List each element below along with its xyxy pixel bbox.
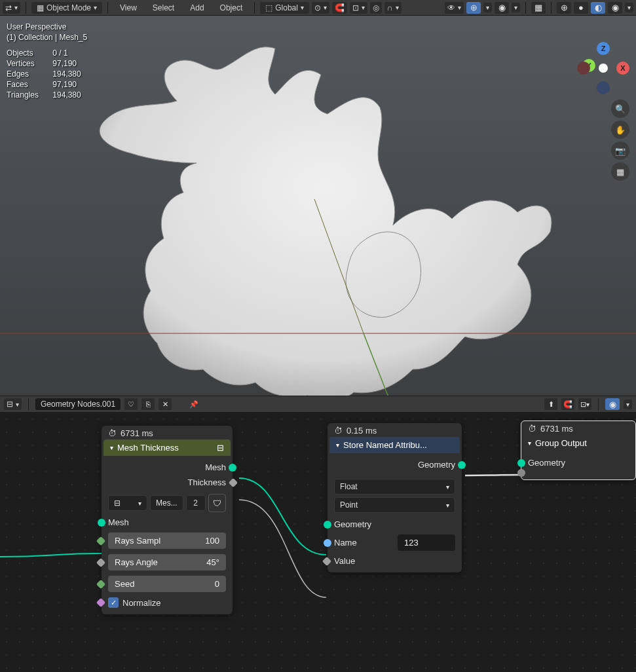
shading-rendered[interactable]: ◉ [608,2,622,14]
perspective-label: User Perspective [7,22,87,31]
node-timing: ⏱ 0.15 ms [327,423,462,437]
socket-out-geometry[interactable] [458,461,466,469]
separator [551,2,552,14]
node-group-icon[interactable]: ⊟ [217,443,224,453]
overlay-node-toggle[interactable]: ◉ [605,398,620,410]
domain-selector[interactable]: Point▾ [334,497,455,513]
menu-select[interactable]: Select [146,2,181,14]
node-group-output[interactable]: ⏱ 6731 ms ▾ Group Output Geometry [521,420,636,480]
overlay-selector[interactable]: ▾ [512,3,520,12]
snap-toggle[interactable]: 🧲 [332,2,347,14]
orientation-selector[interactable]: ⬚ Global ▾ [260,2,309,14]
shading-options[interactable]: ▾ [625,3,633,12]
editor-type-selector[interactable]: ⇄▾ [3,2,20,14]
timing-value: 6731 ms [121,428,153,438]
pivot-selector[interactable]: ⊙▾ [312,2,329,14]
node-title-bar[interactable]: ▾ Group Output [521,435,635,451]
socket-in-rays-angle[interactable] [96,557,105,567]
rays-angle-field[interactable]: Rays Angle45° [108,554,226,570]
menu-add[interactable]: Add [183,2,210,14]
node-title-bar[interactable]: ▾ Store Named Attribu... [329,437,460,453]
node-title-label: Group Output [535,438,587,448]
gizmo-toggle[interactable]: ⊕ [466,2,481,14]
parent-tree-icon[interactable]: ⬆ [544,398,557,410]
axis-z[interactable]: Z [597,42,610,55]
separator [525,2,526,14]
node-store-named-attribute[interactable]: ⏱ 0.15 ms ▾ Store Named Attribu... Geome… [327,423,462,572]
axis-neg-x[interactable] [577,62,590,75]
output-thickness-label: Thickness [187,477,226,487]
gizmo-center[interactable] [599,64,608,73]
input-name-label: Name [334,538,357,548]
pin-icon[interactable]: ♡ [124,398,138,410]
input-geometry-label: Geometry [334,519,371,529]
gizmo-selector[interactable]: ▾ [483,3,492,12]
overlay-node-options[interactable]: ▾ [624,400,632,409]
socket-out-thickness[interactable] [229,477,238,487]
mode-label: Object Mode [47,3,91,12]
timing-value: 6731 ms [540,424,573,434]
socket-in-seed[interactable] [96,579,105,588]
overlay-toggle[interactable]: ◉ [495,2,509,14]
dragon-mesh [79,35,563,396]
stat-objects: 0 / 1 [52,48,87,58]
copy-icon[interactable]: ⎘ [141,398,155,410]
snap-node-options[interactable]: ⊡▾ [578,398,591,410]
mesh-user-count[interactable]: 2 [186,495,206,511]
socket-in-name[interactable] [324,539,331,547]
stat-vertices: 97,190 [52,59,87,68]
snap-node-icon[interactable]: 🧲 [561,398,574,410]
zoom-tool[interactable]: 🔍 [611,100,629,118]
seed-field[interactable]: Seed0 [108,576,226,592]
node-tree-name[interactable] [35,398,121,410]
node-title-label: Mesh Thickness [117,443,179,453]
axis-neg-z[interactable] [597,81,610,94]
input-geometry-row: Geometry [528,455,629,470]
output-geometry-row: Geometry [334,457,455,472]
socket-in-rays-sample[interactable] [96,536,105,545]
camera-tool[interactable]: 📷 [611,141,629,160]
menu-object[interactable]: Object [214,2,250,14]
mesh-name-field[interactable]: Mes... [150,495,183,511]
node-editor-header: ⊟▾ ♡ ⎘ ✕ 📌 ⬆ 🧲 ⊡▾ ◉ ▾ [0,396,636,413]
node-title-bar[interactable]: ▾ Mesh Thickness⊟ [103,439,231,456]
axis-x[interactable]: X [616,62,629,75]
node-mesh-thickness[interactable]: ⏱ 6731 ms ▾ Mesh Thickness⊟ Mesh Thickne… [102,426,233,614]
socket-in-value[interactable] [322,556,331,565]
mesh-browse-selector[interactable]: ⊟▾ [108,495,147,511]
socket-in-geometry[interactable] [324,521,331,529]
input-name-row: Name 123 [334,532,455,553]
socket-in-mesh[interactable] [98,519,105,527]
rays-sample-field[interactable]: Rays Sampl100 [108,532,226,549]
socket-in-extend[interactable] [517,469,525,477]
timing-value: 0.15 ms [346,426,377,436]
name-field[interactable]: 123 [398,534,455,551]
shading-material[interactable]: ◐ [591,2,605,14]
proportional-falloff[interactable]: ∩▾ [384,2,402,14]
normalize-row: ✓ Normalize [108,595,226,610]
nav-gizmo[interactable]: Z X Y [577,42,629,94]
stat-edges: 194,380 [52,69,87,79]
push-pin-icon[interactable]: 📌 [187,398,200,410]
menu-view[interactable]: View [113,2,143,14]
socket-in-normalize[interactable] [96,598,105,607]
unlink-icon[interactable]: ✕ [159,398,172,410]
xray-toggle[interactable]: ▦ [531,2,546,14]
perspective-tool[interactable]: ▦ [611,162,629,181]
node-canvas[interactable]: ⏱ 6731 ms ▾ Mesh Thickness⊟ Mesh Thickne… [0,413,636,672]
viewport-3d[interactable]: User Perspective (1) Collection | Mesh_5… [0,16,636,396]
mode-selector[interactable]: ▦ Object Mode ▾ [31,2,102,14]
shield-icon[interactable]: 🛡 [208,494,226,512]
data-type-selector[interactable]: Float▾ [334,479,455,495]
shading-solid[interactable]: ● [574,2,588,14]
socket-out-mesh[interactable] [229,464,236,472]
stats-overlay: User Perspective (1) Collection | Mesh_5… [7,22,87,100]
snap-selector[interactable]: ⊡▾ [350,2,367,14]
normalize-checkbox[interactable]: ✓ [108,597,119,608]
node-editor-type[interactable]: ⊟▾ [4,398,22,410]
socket-in-geometry[interactable] [517,459,525,467]
visibility-selector[interactable]: 👁▾ [445,2,464,14]
pan-tool[interactable]: ✋ [611,121,629,139]
proportional-edit[interactable]: ◎ [370,2,382,14]
shading-wireframe[interactable]: ⊕ [557,2,571,14]
